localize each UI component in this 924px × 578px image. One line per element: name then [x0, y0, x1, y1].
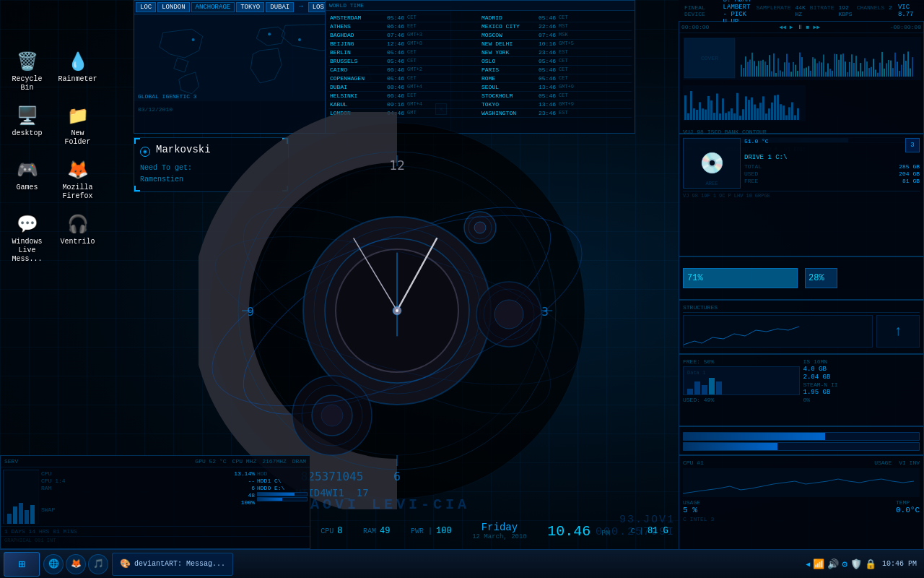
usage-header-label: USAGE — [874, 460, 892, 466]
svg-rect-46 — [821, 62, 822, 77]
clock-entry-brussels: BRUSSELS 05:46 CET — [328, 57, 480, 66]
music-bitrate-value: 192 KBPS — [838, 4, 852, 17]
desktop-icon-games[interactable]: 🎮 Games — [4, 155, 51, 204]
prev-button[interactable]: ◀◀ — [779, 24, 786, 30]
clock-time: 06:46 — [387, 23, 404, 30]
mhz-value: 2167MHZ — [262, 458, 287, 465]
graphical-text: GRAPHICAL 001 INT — [4, 538, 56, 543]
play-button[interactable]: ▶ — [790, 24, 793, 30]
map-tab-london[interactable]: LONDON — [157, 2, 189, 12]
desktop-icon-new-folder[interactable]: 📁 New Folder — [54, 101, 101, 150]
hdd-bar1-fill — [258, 493, 295, 496]
svg-rect-51 — [832, 71, 833, 77]
map-tab-tokyo[interactable]: TOKYO — [236, 2, 264, 12]
tray-icons-container: ◀ 📶 🔊 ⚙️ 🛡️ 🔒 — [806, 558, 876, 570]
desktop-icon-desktop[interactable]: 🖥️ desktop — [4, 101, 51, 150]
svg-rect-82 — [899, 71, 900, 77]
tray-network-icon: 📶 — [813, 558, 824, 570]
new-folder-label: New Folder — [57, 129, 98, 147]
status-cpu: CPU 8 — [321, 526, 342, 536]
svg-rect-14 — [751, 53, 753, 77]
tray-security-icon[interactable]: 🛡️ — [850, 558, 862, 570]
ram-graph-area: Data 1 — [683, 366, 800, 395]
svg-rect-32 — [790, 72, 792, 77]
svg-rect-84 — [903, 54, 905, 77]
clock-city: OSLO — [481, 58, 536, 64]
status-ram: RAM 49 — [363, 526, 390, 536]
svg-rect-121 — [774, 95, 776, 120]
status-drive: C | 81 G — [631, 526, 668, 536]
svg-rect-15 — [754, 61, 755, 77]
cpu-status-label: CPU — [321, 527, 334, 535]
desktop-icon-ventrilo[interactable]: 🎧 Ventrilo — [54, 210, 101, 267]
swap-label: SWAP — [41, 506, 55, 513]
desktop-icon-rainmeter[interactable]: 💧 Rainmeter — [54, 47, 101, 95]
clock-tz: GMT+3 — [407, 32, 422, 38]
svg-rect-100 — [713, 113, 715, 120]
start-button[interactable]: ⊞ — [4, 552, 40, 577]
pwr-value: 100 — [436, 526, 452, 536]
cpu-text-info: CPU 13.14% CPU 1:4 -- RAM 6 48 100% SWAP — [41, 470, 255, 524]
clock-tz: CET — [559, 58, 568, 64]
recycle-bin-icon: 🗑️ — [16, 50, 39, 73]
ram-bar-fill: 28% — [805, 268, 837, 288]
taskbar-firefox-button[interactable]: 🦊 — [66, 554, 86, 574]
taskbar-app-deviantart[interactable]: 🎨 deviantART: Messag... — [112, 553, 233, 576]
svg-point-153 — [494, 300, 523, 329]
svg-point-150 — [474, 222, 486, 233]
stop-button[interactable]: ■ — [806, 24, 810, 30]
ram3-val: 100% — [241, 499, 255, 506]
clock-time: 05:46 — [539, 14, 556, 21]
svg-rect-92 — [690, 91, 692, 120]
clock-city: ROME — [481, 75, 536, 82]
pause-button[interactable]: ⏸ — [797, 24, 803, 30]
desktop-icon-recycle-bin[interactable]: 🗑️ Recycle Bin — [4, 47, 51, 95]
svg-rect-116 — [759, 103, 762, 120]
svg-rect-128 — [794, 115, 796, 120]
svg-point-157 — [321, 405, 343, 426]
tray-antivirus-icon[interactable]: 🔒 — [865, 558, 876, 570]
widget-music-player: FINEAL DEVICE S. ADAM LAMBERT - PICK U U… — [679, 0, 924, 22]
svg-rect-10 — [743, 68, 744, 77]
tray-volume-icon[interactable]: 🔊 — [827, 558, 839, 570]
svg-rect-80 — [894, 53, 896, 77]
ram-status-label: RAM — [363, 527, 376, 535]
desktop-icon-live-messenger[interactable]: 💬 Windows Live Mess... — [4, 210, 51, 267]
vi-inv-label: VI INV — [899, 460, 920, 466]
svg-rect-29 — [784, 62, 785, 77]
games-label: Games — [16, 184, 38, 192]
svg-rect-77 — [888, 60, 889, 77]
clock-entry-seoul: SEOUL 13:46 GMT+9 — [480, 83, 632, 92]
clock-tz: MSK — [559, 32, 568, 38]
taskbar-ie-button[interactable]: 🌐 — [43, 554, 64, 574]
clock-tz: GMT+4 — [407, 84, 422, 90]
clock-entry-new-delhi: NEW DELHI 10:16 GMT+5 — [480, 40, 632, 48]
desktop-icon-firefox[interactable]: 🦊 Mozilla Firefox — [54, 155, 101, 204]
serv-label: SERV — [4, 458, 18, 465]
svg-rect-125 — [785, 116, 788, 120]
svg-rect-63 — [858, 72, 859, 77]
map-tab-loc[interactable]: LOC — [136, 2, 156, 12]
hdd-info: HDD HDD1 C\ HDD0 E:\ — [257, 470, 308, 524]
uptime-bar: 1 DAYS 14 HRS 01 MINS — [1, 526, 310, 536]
svg-rect-172 — [19, 503, 23, 524]
tray-steam-icon[interactable]: ⚙️ — [842, 558, 847, 570]
svg-rect-113 — [751, 98, 753, 120]
progress-bar-2 — [683, 442, 920, 451]
map-tab-dubai[interactable]: DUBAI — [266, 2, 294, 12]
taskbar-media-button[interactable]: 🎵 — [88, 554, 108, 574]
next-button[interactable]: ▶▶ — [813, 24, 820, 30]
drive-used-row: USED 204 GB — [744, 171, 920, 177]
recycle-bin-label: Recycle Bin — [6, 75, 48, 92]
svg-rect-48 — [825, 72, 827, 77]
svg-rect-66 — [864, 58, 866, 77]
svg-rect-33 — [793, 62, 794, 77]
taskbar-quick-launch: 🌐 🦊 🎵 — [43, 554, 108, 574]
spectrum-controls: 00:00:00 ◀◀ ▶ ⏸ ■ ▶▶ -00:00:00 — [679, 22, 923, 33]
bottom-status-bar: CPU 8 RAM 49 PWR | 100 Friday 12 March, … — [310, 513, 679, 549]
svg-rect-108 — [736, 93, 738, 120]
ram2-val: 48 — [248, 492, 255, 499]
tray-arrow-icon[interactable]: ◀ — [806, 560, 810, 569]
ram-info-section: IS 16MN 4.0 GB 2.04 GB STEAM-N II 1.95 G… — [803, 358, 920, 422]
map-tab-anchorage[interactable]: ANCHORAGE — [191, 2, 235, 12]
